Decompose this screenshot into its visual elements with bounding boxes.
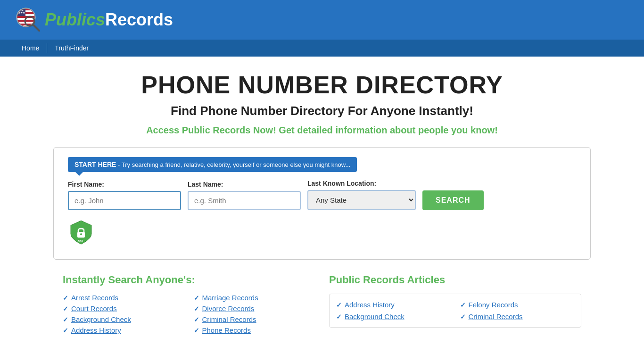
svg-line-16 (33, 25, 39, 31)
check-icon: ✓ (460, 313, 466, 321)
ssl-badge: SSL (68, 219, 576, 245)
tooltip-bold: START HERE (74, 161, 116, 168)
list-item: ✓ Phone Records (194, 326, 315, 334)
background-check-link[interactable]: Background Check (71, 315, 131, 323)
list-item: ✓ Court Records (63, 304, 184, 313)
list-item: ✓ Address History (336, 301, 451, 309)
svg-rect-8 (17, 20, 35, 22)
page-title: PHONE NUMBER DIRECTORY (9, 71, 635, 99)
ssl-shield-icon: SSL (68, 219, 94, 245)
first-name-group: First Name: (68, 181, 181, 210)
form-row: First Name: Last Name: Last Known Locati… (68, 180, 576, 210)
nav-truthfinder[interactable]: TruthFinder (47, 40, 96, 57)
nav-home[interactable]: Home (14, 40, 47, 57)
articles-title: Public Records Articles (329, 274, 581, 286)
instantly-links-grid: ✓ Arrest Records ✓ Marriage Records ✓ Co… (63, 294, 315, 334)
list-item: ✓ Divorce Records (194, 304, 315, 313)
list-item: ✓ Marriage Records (194, 294, 315, 302)
address-history-link[interactable]: Address History (71, 326, 121, 334)
check-icon: ✓ (63, 305, 68, 313)
last-name-label: Last Name: (188, 181, 301, 188)
location-group: Last Known Location: Any State Alabama A… (307, 180, 416, 210)
list-item: ✓ Criminal Records (194, 315, 315, 323)
access-text: Access Public Records Now! Get detailed … (9, 125, 635, 136)
first-name-label: First Name: (68, 181, 181, 188)
navigation: Home TruthFinder (0, 40, 644, 57)
location-label: Last Known Location: (307, 180, 416, 187)
check-icon: ✓ (63, 316, 68, 323)
divorce-records-link[interactable]: Divorce Records (202, 304, 255, 313)
logo-publics: Publics (45, 10, 105, 29)
marriage-records-link[interactable]: Marriage Records (202, 294, 258, 302)
check-icon: ✓ (194, 294, 199, 302)
list-item: ✓ Background Check (63, 315, 184, 323)
check-icon: ✓ (63, 327, 68, 334)
check-icon: ✓ (336, 301, 342, 309)
last-name-group: Last Name: (188, 181, 301, 210)
criminal-records-link[interactable]: Criminal Records (202, 315, 256, 323)
check-icon: ✓ (194, 327, 199, 334)
phone-records-link[interactable]: Phone Records (202, 326, 251, 334)
svg-text:SSL: SSL (78, 239, 84, 243)
last-name-input[interactable] (188, 191, 301, 210)
check-icon: ✓ (336, 313, 342, 321)
list-item: ✓ Background Check (336, 313, 451, 321)
bottom-section: Instantly Search Anyone's: ✓ Arrest Reco… (53, 274, 591, 334)
list-item: ✓ Address History (63, 326, 184, 334)
state-select[interactable]: Any State Alabama Alaska Arizona Arkansa… (307, 190, 416, 210)
logo-records-text: Records (105, 10, 173, 29)
articles-background-link[interactable]: Background Check (345, 313, 405, 321)
list-item: ✓ Arrest Records (63, 294, 184, 302)
arrest-records-link[interactable]: Arrest Records (71, 294, 118, 302)
logo-text: PublicsRecords (45, 11, 173, 28)
check-icon: ✓ (194, 316, 199, 323)
tooltip-text: - Try searching a friend, relative, cele… (116, 161, 350, 168)
main-content: PHONE NUMBER DIRECTORY Find Phone Number… (0, 57, 644, 348)
articles-grid: ✓ Address History ✓ Felony Records ✓ Bac… (336, 301, 574, 321)
list-item: ✓ Felony Records (460, 301, 575, 309)
logo-icon: ★★★ ★★★ (14, 6, 42, 34)
svg-point-18 (80, 233, 82, 235)
articles-felony-link[interactable]: Felony Records (469, 301, 518, 309)
page-subtitle: Find Phone Number Directory For Anyone I… (9, 104, 635, 118)
instantly-section: Instantly Search Anyone's: ✓ Arrest Reco… (63, 274, 315, 334)
check-icon: ✓ (194, 305, 199, 313)
check-icon: ✓ (63, 294, 68, 302)
header: ★★★ ★★★ PublicsRecords (0, 0, 644, 40)
articles-criminal-link[interactable]: Criminal Records (469, 313, 523, 321)
first-name-input[interactable] (68, 191, 181, 210)
list-item: ✓ Criminal Records (460, 313, 575, 321)
check-icon: ✓ (460, 301, 466, 309)
search-button[interactable]: SEARCH (422, 190, 484, 210)
search-box: START HERE - Try searching a friend, rel… (53, 147, 591, 260)
instantly-title: Instantly Search Anyone's: (63, 274, 315, 286)
tooltip: START HERE - Try searching a friend, rel… (68, 157, 357, 172)
logo: ★★★ ★★★ PublicsRecords (14, 6, 173, 34)
court-records-link[interactable]: Court Records (71, 304, 117, 313)
articles-section: Public Records Articles ✓ Address Histor… (329, 274, 581, 334)
articles-address-link[interactable]: Address History (345, 301, 395, 309)
articles-box: ✓ Address History ✓ Felony Records ✓ Bac… (329, 294, 581, 328)
